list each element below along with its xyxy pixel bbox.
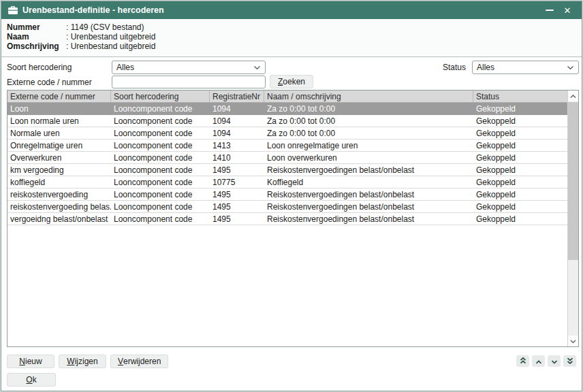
column-header-soort-hercodering: Soort hercodering — [111, 91, 210, 102]
table-cell: Looncomponent code — [111, 152, 210, 163]
externe-code-input[interactable] — [112, 76, 266, 88]
table-cell: vergoeidng belast/onbelast — [7, 213, 111, 225]
info-value: Urenbestand uitgebreid — [71, 42, 156, 51]
toolbox-icon — [8, 6, 18, 14]
table-cell: Gekoppeld — [473, 103, 567, 114]
first-record-button[interactable] — [516, 355, 529, 367]
status-select[interactable]: Alles — [472, 61, 579, 74]
table-cell: Koffiegeld — [264, 176, 473, 188]
table-cell: Za zo 0:00 tot 0:00 — [264, 103, 473, 114]
table-row[interactable]: LoonLooncomponent code1094Za zo 0:00 tot… — [7, 103, 567, 115]
info-separator: : — [66, 42, 68, 51]
table-cell: 1495 — [210, 201, 264, 212]
table-row[interactable]: km vergoedingLooncomponent code1495Reisk… — [7, 164, 567, 176]
table-scrollbar[interactable] — [567, 91, 578, 346]
record-navigation — [516, 355, 576, 367]
table-row[interactable]: reiskostenvergoeding belas...Looncompone… — [7, 201, 567, 213]
table-cell: Looncomponent code — [111, 103, 210, 114]
title-bar: Urenbestand-definitie - hercoderen ✕ — [1, 1, 582, 19]
minimize-button[interactable] — [543, 4, 556, 16]
table-cell: 1094 — [210, 103, 264, 114]
column-header-externe-code: Externe code / nummer — [7, 91, 111, 102]
table-cell: km vergoeding — [7, 164, 111, 176]
info-label: Omschrijving — [7, 42, 66, 51]
table-cell: Gekoppeld — [473, 176, 567, 188]
table-cell: Za zo 0:00 tot 0:00 — [264, 115, 473, 127]
externe-code-label: Externe code / nummer — [7, 78, 92, 87]
table-cell: Loon overwerkuren — [264, 152, 473, 163]
table-cell: Looncomponent code — [111, 213, 210, 225]
scroll-up-button[interactable] — [568, 91, 578, 101]
scrollbar-thumb[interactable] — [568, 102, 578, 260]
table-cell: Looncomponent code — [111, 189, 210, 200]
table-empty-area — [7, 225, 567, 346]
table-cell: Gekoppeld — [473, 213, 567, 225]
table-cell: 1495 — [210, 213, 264, 225]
previous-record-button[interactable] — [532, 355, 545, 367]
chevron-up-icon — [535, 356, 542, 366]
dialog-window: Urenbestand-definitie - hercoderen ✕ Num… — [1, 1, 582, 391]
table-cell: Gekoppeld — [473, 115, 567, 127]
soort-hercodering-value: Alles — [116, 63, 253, 72]
info-label: Nummer — [7, 22, 66, 32]
table-cell: reiskostenvergoeding — [7, 189, 111, 200]
last-record-button[interactable] — [563, 355, 576, 367]
table-cell: 1413 — [210, 140, 264, 151]
status-label: Status — [443, 63, 466, 72]
table-cell: Loon onregelmatige uren — [264, 140, 473, 151]
column-header-naam-omschrijving: Naam / omschrijving — [264, 91, 473, 102]
table-row[interactable]: reiskostenvergoedingLooncomponent code14… — [7, 189, 567, 201]
table-cell: Looncomponent code — [111, 164, 210, 176]
table-cell: 10775 — [210, 176, 264, 188]
table-cell: Overwerkuren — [7, 152, 111, 163]
table-row[interactable]: Normale urenLooncomponent code1094Za zo … — [7, 127, 567, 140]
table-cell: 1495 — [210, 189, 264, 200]
table-cell: Loon normale uren — [7, 115, 111, 127]
info-value: Urenbestand uitgebreid — [71, 32, 156, 42]
zoeken-button[interactable]: Zoeken — [270, 75, 313, 88]
table-cell: Gekoppeld — [473, 164, 567, 176]
nieuw-button[interactable]: Nieuw — [7, 355, 54, 368]
table-cell: Looncomponent code — [111, 115, 210, 127]
table-main: Externe code / nummer Soort hercodering … — [7, 91, 567, 346]
chevron-down-icon — [253, 63, 261, 72]
table-cell: Looncomponent code — [111, 176, 210, 188]
table-cell: koffiegeld — [7, 176, 111, 188]
table-cell: Reiskostenvergoedingen belast/onbelast — [264, 201, 473, 212]
table-cell: Gekoppeld — [473, 201, 567, 212]
info-value: 1149 (CSV bestand) — [71, 22, 144, 32]
info-label: Naam — [7, 32, 66, 42]
status-value: Alles — [477, 63, 567, 72]
table-cell: 1094 — [210, 127, 264, 139]
window-title: Urenbestand-definitie - hercoderen — [22, 5, 543, 15]
table-cell: Gekoppeld — [473, 127, 567, 139]
table-row[interactable]: vergoeidng belast/onbelastLooncomponent … — [7, 213, 567, 225]
table-row[interactable]: koffiegeldLooncomponent code10775Koffieg… — [7, 176, 567, 189]
info-row-naam: Naam: Urenbestand uitgebreid — [7, 32, 576, 42]
confirm-row: Ok — [7, 373, 56, 387]
table-cell: Reiskostenvergoedingen belast/onbelast — [264, 213, 473, 225]
soort-hercodering-select[interactable]: Alles — [112, 61, 266, 74]
table-row[interactable]: Onregelmatige urenLooncomponent code1413… — [7, 140, 567, 152]
table-cell: Looncomponent code — [111, 201, 210, 212]
close-icon: ✕ — [564, 6, 571, 15]
column-header-registratienr: RegistratieNr — [210, 91, 264, 102]
table-cell: Gekoppeld — [473, 152, 567, 163]
chevron-down-icon — [567, 63, 574, 72]
double-chevron-up-icon — [520, 356, 526, 366]
info-row-nummer: Nummer: 1149 (CSV bestand) — [7, 22, 576, 32]
table-header: Externe code / nummer Soort hercodering … — [7, 91, 567, 103]
wijzigen-button[interactable]: Wijzigen — [59, 355, 106, 368]
hercodering-table: Externe code / nummer Soort hercodering … — [7, 90, 579, 347]
table-cell: Reiskostenvergoedingen belast/onbelast — [264, 189, 473, 200]
next-record-button[interactable] — [548, 355, 561, 367]
ok-button[interactable]: Ok — [7, 373, 56, 387]
verwijderen-button[interactable]: Verwijderen — [110, 355, 168, 368]
scroll-down-button[interactable] — [568, 336, 578, 346]
close-button[interactable]: ✕ — [561, 4, 573, 16]
column-header-status: Status — [473, 91, 567, 102]
table-cell: Normale uren — [7, 127, 111, 139]
table-cell: reiskostenvergoeding belas... — [7, 201, 111, 212]
table-row[interactable]: OverwerkurenLooncomponent code1410Loon o… — [7, 152, 567, 164]
table-row[interactable]: Loon normale urenLooncomponent code1094Z… — [7, 115, 567, 127]
